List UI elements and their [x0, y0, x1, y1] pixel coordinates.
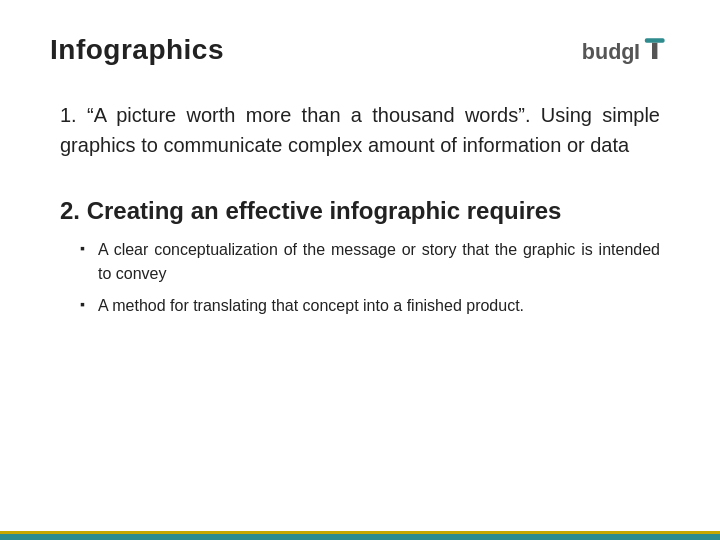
- budgit-logo-svg: budg I: [580, 30, 670, 70]
- svg-text:budg: budg: [582, 39, 635, 64]
- point-2: 2. Creating an effective infographic req…: [60, 195, 660, 318]
- svg-text:I: I: [634, 39, 640, 64]
- point-1-text: 1. “A picture worth more than a thousand…: [60, 100, 660, 160]
- bottom-bar-teal: [0, 534, 720, 540]
- slide-title: Infographics: [50, 34, 224, 66]
- slide-header: Infographics budg I: [50, 30, 670, 70]
- svg-rect-3: [652, 43, 657, 59]
- svg-rect-2: [645, 38, 665, 43]
- slide: Infographics budg I 1. “A picture worth …: [0, 0, 720, 540]
- bullet-list: A clear conceptualization of the message…: [60, 238, 660, 318]
- point-2-heading: 2. Creating an effective infographic req…: [60, 195, 660, 226]
- point-1: 1. “A picture worth more than a thousand…: [60, 100, 660, 160]
- logo: budg I: [580, 30, 670, 70]
- bullet-item-1: A clear conceptualization of the message…: [80, 238, 660, 286]
- slide-content: 1. “A picture worth more than a thousand…: [50, 100, 670, 318]
- bullet-item-2: A method for translating that concept in…: [80, 294, 660, 318]
